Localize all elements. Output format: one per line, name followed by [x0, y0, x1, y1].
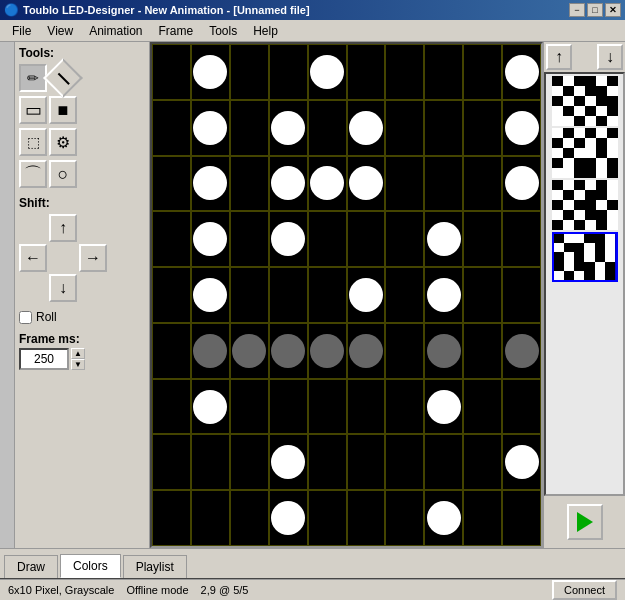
line-tool[interactable]: |	[43, 58, 83, 98]
led-cell[interactable]	[424, 434, 463, 490]
led-cell[interactable]	[191, 100, 230, 156]
led-cell[interactable]	[152, 490, 191, 546]
led-cell[interactable]	[463, 100, 502, 156]
led-cell[interactable]	[385, 44, 424, 100]
led-cell[interactable]	[502, 434, 541, 490]
led-cell[interactable]	[230, 267, 269, 323]
led-cell[interactable]	[308, 379, 347, 435]
led-cell[interactable]	[385, 323, 424, 379]
led-cell[interactable]	[191, 211, 230, 267]
menu-item-tools[interactable]: Tools	[201, 22, 245, 40]
led-cell[interactable]	[269, 323, 308, 379]
shift-up-button[interactable]: ↑	[49, 214, 77, 242]
led-cell[interactable]	[424, 490, 463, 546]
menu-item-help[interactable]: Help	[245, 22, 286, 40]
led-cell[interactable]	[424, 156, 463, 212]
led-cell[interactable]	[269, 434, 308, 490]
led-cell[interactable]	[230, 44, 269, 100]
led-cell[interactable]	[308, 211, 347, 267]
led-cell[interactable]	[152, 156, 191, 212]
frames-down-button[interactable]: ↓	[597, 44, 623, 70]
led-cell[interactable]	[347, 211, 386, 267]
led-cell[interactable]	[230, 379, 269, 435]
led-cell[interactable]	[152, 323, 191, 379]
led-cell[interactable]	[230, 434, 269, 490]
menu-item-animation[interactable]: Animation	[81, 22, 150, 40]
rect-fill-tool[interactable]: ■	[49, 96, 77, 124]
led-cell[interactable]	[269, 211, 308, 267]
led-cell[interactable]	[230, 156, 269, 212]
curve-tool[interactable]: ⌒	[19, 160, 47, 188]
led-cell[interactable]	[308, 100, 347, 156]
rect-outline-tool[interactable]: ▭	[19, 96, 47, 124]
led-cell[interactable]	[424, 100, 463, 156]
led-cell[interactable]	[385, 211, 424, 267]
led-cell[interactable]	[191, 323, 230, 379]
menu-item-frame[interactable]: Frame	[151, 22, 202, 40]
led-cell[interactable]	[308, 323, 347, 379]
frame-thumb[interactable]	[552, 232, 618, 282]
led-cell[interactable]	[385, 156, 424, 212]
led-cell[interactable]	[347, 44, 386, 100]
tab-draw[interactable]: Draw	[4, 555, 58, 578]
led-cell[interactable]	[269, 379, 308, 435]
led-cell[interactable]	[269, 44, 308, 100]
led-cell[interactable]	[347, 323, 386, 379]
led-cell[interactable]	[424, 44, 463, 100]
led-cell[interactable]	[463, 156, 502, 212]
maximize-button[interactable]: □	[587, 3, 603, 17]
led-cell[interactable]	[191, 490, 230, 546]
tab-colors[interactable]: Colors	[60, 554, 121, 578]
frame-ms-up-button[interactable]: ▲	[71, 348, 85, 359]
led-cell[interactable]	[191, 267, 230, 323]
led-cell[interactable]	[347, 156, 386, 212]
ellipse-tool[interactable]: ○	[49, 160, 77, 188]
led-cell[interactable]	[191, 379, 230, 435]
led-cell[interactable]	[191, 156, 230, 212]
led-cell[interactable]	[502, 156, 541, 212]
frames-up-button[interactable]: ↑	[546, 44, 572, 70]
frame-ms-input[interactable]	[19, 348, 69, 370]
led-cell[interactable]	[502, 267, 541, 323]
led-cell[interactable]	[385, 100, 424, 156]
led-cell[interactable]	[269, 490, 308, 546]
shift-down-button[interactable]: ↓	[49, 274, 77, 302]
led-cell[interactable]	[502, 490, 541, 546]
led-cell[interactable]	[347, 490, 386, 546]
led-cell[interactable]	[347, 267, 386, 323]
led-cell[interactable]	[230, 100, 269, 156]
led-cell[interactable]	[308, 267, 347, 323]
led-cell[interactable]	[385, 379, 424, 435]
led-cell[interactable]	[347, 100, 386, 156]
led-cell[interactable]	[308, 156, 347, 212]
led-cell[interactable]	[269, 100, 308, 156]
led-cell[interactable]	[152, 379, 191, 435]
led-cell[interactable]	[424, 379, 463, 435]
led-cell[interactable]	[463, 267, 502, 323]
led-cell[interactable]	[463, 323, 502, 379]
led-cell[interactable]	[152, 211, 191, 267]
led-cell[interactable]	[463, 434, 502, 490]
led-cell[interactable]	[191, 44, 230, 100]
led-cell[interactable]	[385, 434, 424, 490]
roll-checkbox[interactable]	[19, 311, 32, 324]
frame-thumb[interactable]	[552, 180, 618, 230]
led-cell[interactable]	[385, 490, 424, 546]
close-button[interactable]: ✕	[605, 3, 621, 17]
led-cell[interactable]	[230, 490, 269, 546]
led-cell[interactable]	[308, 490, 347, 546]
led-cell[interactable]	[347, 379, 386, 435]
menu-item-view[interactable]: View	[39, 22, 81, 40]
led-cell[interactable]	[152, 100, 191, 156]
led-cell[interactable]	[347, 434, 386, 490]
led-cell[interactable]	[424, 267, 463, 323]
select-tool[interactable]: ⬚	[19, 128, 47, 156]
led-cell[interactable]	[152, 44, 191, 100]
shift-right-button[interactable]: →	[79, 244, 107, 272]
menu-item-file[interactable]: File	[4, 22, 39, 40]
play-button[interactable]	[567, 504, 603, 540]
led-cell[interactable]	[502, 379, 541, 435]
led-cell[interactable]	[463, 44, 502, 100]
shift-left-button[interactable]: ←	[19, 244, 47, 272]
led-cell[interactable]	[269, 156, 308, 212]
